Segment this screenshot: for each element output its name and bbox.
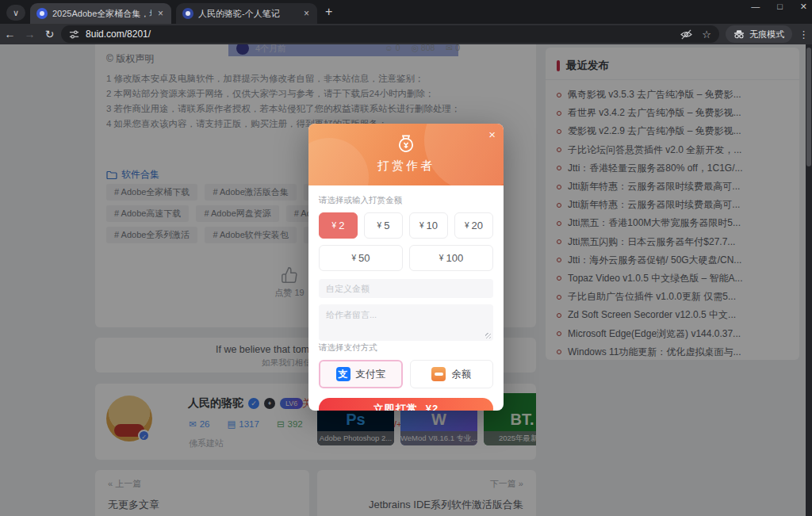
submit-label: 立即打赏 bbox=[373, 402, 418, 411]
forward-button[interactable]: → bbox=[20, 28, 40, 40]
amount-value: 50 bbox=[358, 252, 370, 264]
amount-options-wide: ¥ 50 ¥ 100 bbox=[319, 245, 493, 271]
alipay-icon: 支 bbox=[336, 367, 350, 381]
currency-symbol: ¥ bbox=[419, 221, 424, 230]
payment-label: 支付宝 bbox=[356, 368, 386, 381]
currency-symbol: ¥ bbox=[332, 221, 337, 230]
back-button[interactable]: ← bbox=[0, 28, 20, 40]
modal-header: × 打赏作者 bbox=[308, 124, 504, 185]
chevron-down-icon: ∨ bbox=[13, 8, 19, 18]
amount-option-button[interactable]: ¥ 50 bbox=[319, 245, 403, 271]
modal-close-icon[interactable]: × bbox=[488, 128, 496, 141]
amount-value: 20 bbox=[472, 220, 483, 231]
amount-option-button[interactable]: ¥ 5 bbox=[364, 212, 403, 239]
currency-symbol: ¥ bbox=[377, 221, 382, 230]
incognito-label: 无痕模式 bbox=[749, 29, 784, 40]
eye-off-icon[interactable] bbox=[680, 29, 692, 40]
page-scrollbar[interactable] bbox=[806, 44, 812, 516]
currency-symbol: ¥ bbox=[465, 221, 469, 230]
tip-author-modal: × 打赏作者 请选择或输入打赏金额 ¥ 2 bbox=[308, 124, 504, 411]
site-settings-icon[interactable] bbox=[69, 29, 79, 40]
tab-favicon-icon bbox=[36, 8, 48, 19]
amount-options: ¥ 2 ¥ 5 ¥ 10 bbox=[319, 212, 493, 239]
browser-menu-icon[interactable]: ⋮ bbox=[799, 29, 809, 40]
submit-amount: ¥2 bbox=[426, 403, 439, 411]
tab-title: 2025Adobe全家桶合集，均为 bbox=[52, 8, 151, 20]
amount-option-button[interactable]: ¥ 10 bbox=[409, 212, 448, 239]
amount-option-button[interactable]: ¥ 2 bbox=[319, 212, 358, 239]
amount-option-button[interactable]: ¥ 100 bbox=[409, 245, 493, 271]
modal-title: 打赏作者 bbox=[308, 159, 504, 174]
payment-option-balance[interactable]: 余额 bbox=[410, 360, 494, 388]
payment-section-label: 请选择支付方式 bbox=[319, 342, 493, 354]
address-bar[interactable]: 8uid.com/8201/ ☆ bbox=[61, 25, 719, 43]
browser-toolbar: ← → ↻ 8uid.com/8201/ ☆ bbox=[0, 24, 812, 44]
currency-symbol: ¥ bbox=[351, 254, 356, 262]
money-bag-icon bbox=[395, 132, 417, 154]
custom-amount-input[interactable]: 自定义金额 bbox=[319, 279, 493, 298]
tab-strip: ∨ 2025Adobe全家桶合集，均为 × 人民的骆驼-个人笔记 × + — □… bbox=[0, 0, 812, 24]
new-tab-button[interactable]: + bbox=[325, 5, 332, 19]
amount-value: 100 bbox=[446, 252, 463, 264]
browser-tab-active[interactable]: 2025Adobe全家桶合集，均为 × bbox=[30, 3, 171, 24]
wallet-icon bbox=[431, 367, 446, 381]
incognito-icon bbox=[733, 29, 745, 39]
amount-option-button[interactable]: ¥ 20 bbox=[454, 212, 493, 239]
currency-symbol: ¥ bbox=[439, 254, 444, 262]
tab-favicon-icon bbox=[182, 8, 193, 19]
window-maximize-button[interactable]: □ bbox=[777, 2, 783, 12]
tab-close-icon[interactable]: × bbox=[302, 8, 311, 19]
tab-title: 人民的骆驼-个人笔记 bbox=[198, 8, 297, 20]
amount-value: 5 bbox=[384, 220, 389, 231]
url-text[interactable]: 8uid.com/8201/ bbox=[86, 29, 674, 40]
bookmark-star-icon[interactable]: ☆ bbox=[702, 29, 711, 40]
payment-option-alipay[interactable]: 支 支付宝 bbox=[319, 360, 403, 388]
tab-search-button[interactable]: ∨ bbox=[6, 5, 25, 21]
page-viewport: 4个月前 ☺0◎808✉0 © 版权声明 1 修改版本安卓及电脑软件，加群提示为… bbox=[0, 44, 812, 516]
amount-value: 2 bbox=[339, 220, 344, 231]
reload-button[interactable]: ↻ bbox=[40, 28, 59, 40]
browser-chrome: ∨ 2025Adobe全家桶合集，均为 × 人民的骆驼-个人笔记 × + — □… bbox=[0, 0, 812, 44]
message-textarea[interactable]: 给作者留言... bbox=[319, 304, 493, 341]
browser-tab-inactive[interactable]: 人民的骆驼-个人笔记 × bbox=[176, 3, 317, 24]
scrollbar-thumb[interactable] bbox=[806, 48, 811, 166]
window-minimize-button[interactable]: — bbox=[751, 2, 760, 12]
incognito-badge: 无痕模式 bbox=[726, 25, 792, 43]
browser-window: ∨ 2025Adobe全家桶合集，均为 × 人民的骆驼-个人笔记 × + — □… bbox=[0, 0, 812, 516]
payment-label: 余额 bbox=[451, 368, 471, 381]
amount-value: 10 bbox=[427, 220, 438, 231]
amount-section-label: 请选择或输入打赏金额 bbox=[319, 195, 493, 206]
window-close-button[interactable]: ✕ bbox=[800, 2, 807, 12]
submit-tip-button[interactable]: 立即打赏 ¥2 bbox=[319, 398, 493, 411]
tab-close-icon[interactable]: × bbox=[156, 8, 165, 19]
